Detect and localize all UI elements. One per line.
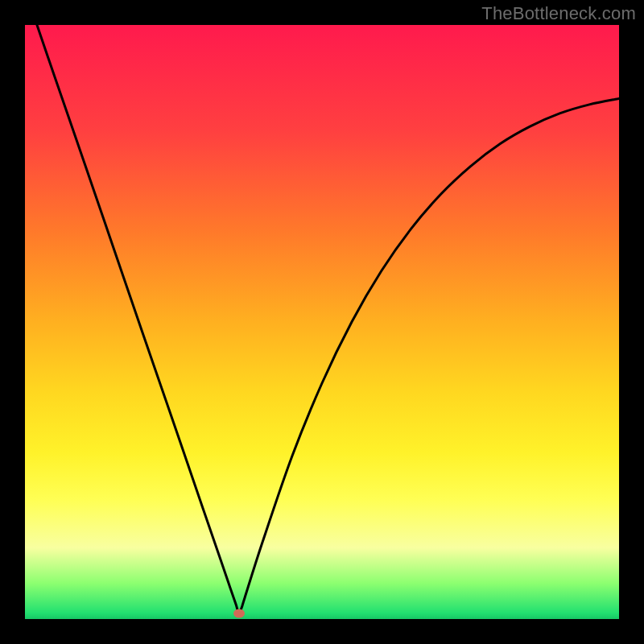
bottleneck-curve	[25, 25, 619, 619]
plot-area	[25, 25, 619, 619]
attribution-text: TheBottleneck.com	[481, 3, 636, 24]
optimum-marker	[233, 609, 245, 617]
chart-frame: TheBottleneck.com	[0, 0, 644, 644]
